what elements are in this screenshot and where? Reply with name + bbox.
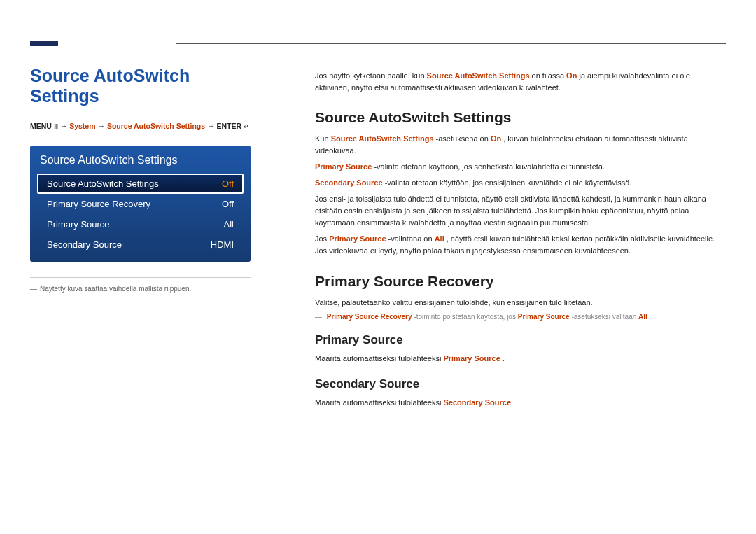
osd-panel: Source AutoSwitch Settings Source AutoSw… — [30, 146, 251, 262]
sec1-p2: Primary Source -valinta otetaan käyttöön… — [315, 161, 726, 173]
text: Jos näyttö kytketään päälle, kun — [315, 71, 427, 80]
breadcrumb-system: System — [69, 122, 95, 130]
osd-item-value: HDMI — [211, 239, 234, 250]
enter-label: ENTER — [216, 122, 241, 130]
osd-item-value: Off — [222, 199, 234, 209]
sec4-p1: Määritä automaattiseksi tulolähteeksi Se… — [315, 397, 726, 409]
osd-item-label: Source AutoSwitch Settings — [47, 178, 159, 189]
text: -valinta otetaan käyttöön, jos senhetkis… — [374, 162, 605, 171]
sec1-p3: Secondary Source -valinta otetaan käyttö… — [315, 177, 726, 189]
menu-breadcrumb: MENU Ⅲ → System → Source AutoSwitch Sett… — [30, 122, 251, 130]
text: -asetuksena on — [436, 134, 491, 143]
text: -toiminto poistetaan käytöstä, jos — [414, 313, 517, 321]
osd-item-label: Primary Source Recovery — [47, 199, 150, 209]
breadcrumb-item: Source AutoSwitch Settings — [107, 122, 205, 130]
header-rule — [176, 43, 726, 44]
section-heading-primary: Primary Source — [315, 333, 726, 347]
osd-item-label: Secondary Source — [47, 239, 122, 250]
header-marker — [30, 41, 58, 46]
text: . — [513, 398, 515, 407]
osd-items: Source AutoSwitch Settings Off Primary S… — [37, 174, 244, 255]
sec1-p1: Kun Source AutoSwitch Settings -asetukse… — [315, 133, 726, 157]
text-hl: Source AutoSwitch Settings — [331, 134, 434, 143]
right-column: Jos näyttö kytketään päälle, kun Source … — [315, 70, 726, 413]
section-heading-secondary: Secondary Source — [315, 377, 726, 391]
text-hl: Primary Source — [443, 354, 500, 363]
text: Kun — [315, 134, 331, 143]
text: -valintana on — [388, 234, 435, 243]
sec1-p4: Jos ensi- ja toissijaista tulolähdettä e… — [315, 193, 726, 229]
text-hl: All — [435, 234, 444, 243]
footnote-text: Näytetty kuva saattaa vaihdella mallista… — [40, 285, 191, 293]
arrow: → — [207, 122, 216, 130]
arrow: → — [60, 122, 69, 130]
text-hl: Primary Source Recovery — [327, 313, 412, 321]
text-hl: On — [491, 134, 501, 143]
intro-paragraph: Jos näyttö kytketään päälle, kun Source … — [315, 70, 726, 94]
osd-item-primary-source[interactable]: Primary Source All — [37, 214, 244, 234]
page-title: Source AutoSwitch Settings — [30, 66, 251, 106]
text: Määritä automaattiseksi tulolähteeksi — [315, 398, 443, 407]
text-hl: Primary Source — [518, 313, 570, 321]
osd-item-value: All — [224, 219, 234, 230]
text-hl: All — [638, 313, 648, 321]
text-hl: On — [566, 71, 577, 80]
section-heading-recovery: Primary Source Recovery — [315, 273, 726, 290]
text-hl: Primary Source — [315, 162, 372, 171]
osd-title: Source AutoSwitch Settings — [37, 151, 244, 174]
text-hl: Source AutoSwitch Settings — [427, 71, 530, 80]
text: . — [503, 354, 505, 363]
text-hl: Secondary Source — [443, 398, 511, 407]
text-hl: Primary Source — [329, 234, 386, 243]
osd-item-value: Off — [222, 178, 234, 189]
osd-item-secondary-source[interactable]: Secondary Source HDMI — [37, 234, 244, 255]
text-hl: Secondary Source — [315, 178, 383, 187]
sec1-p5: Jos Primary Source -valintana on All , n… — [315, 233, 726, 257]
sec2-note: ― Primary Source Recovery -toiminto pois… — [315, 313, 726, 321]
text: on tilassa — [532, 71, 567, 80]
enter-icon: ↵ — [244, 123, 249, 130]
text: . — [650, 313, 652, 321]
text: Määritä automaattiseksi tulolähteeksi — [315, 354, 443, 363]
text: -valinta otetaan käyttöön, jos ensisijai… — [385, 178, 632, 187]
osd-item-source-autoswitch[interactable]: Source AutoSwitch Settings Off — [37, 174, 244, 194]
osd-item-primary-recovery[interactable]: Primary Source Recovery Off — [37, 194, 244, 214]
text: Jos — [315, 234, 329, 243]
arrow: → — [97, 122, 106, 130]
sec3-p1: Määritä automaattiseksi tulolähteeksi Pr… — [315, 353, 726, 365]
divider — [30, 277, 251, 278]
left-column: Source AutoSwitch Settings MENU Ⅲ → Syst… — [30, 66, 251, 293]
section-heading-autoswitch: Source AutoSwitch Settings — [315, 109, 726, 126]
menu-label: MENU — [30, 122, 52, 130]
menu-icon: Ⅲ — [54, 123, 58, 130]
left-footnote: ―Näytetty kuva saattaa vaihdella mallist… — [30, 285, 251, 293]
text: -asetukseksi valitaan — [571, 313, 638, 321]
osd-item-label: Primary Source — [47, 219, 110, 230]
sec2-p1: Valitse, palautetaanko valittu ensisijai… — [315, 297, 726, 309]
